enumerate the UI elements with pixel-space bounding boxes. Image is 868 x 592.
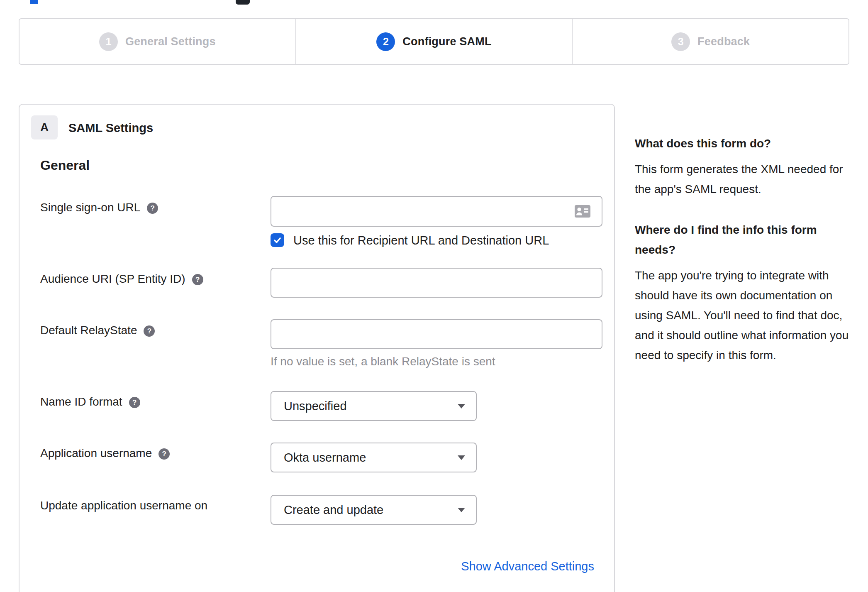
help-icon[interactable]: ? xyxy=(192,274,203,285)
wizard-stepper: 1 General Settings 2 Configure SAML 3 Fe… xyxy=(19,18,849,65)
step-general-settings[interactable]: 1 General Settings xyxy=(20,19,295,64)
help-icon[interactable]: ? xyxy=(147,203,158,214)
relay-state-hint: If no value is set, a blank RelayState i… xyxy=(271,355,495,368)
application-username-select[interactable]: Okta username xyxy=(271,443,477,472)
recipient-url-checkbox[interactable] xyxy=(271,233,284,247)
show-advanced-settings-link[interactable]: Show Advanced Settings xyxy=(461,560,594,573)
help-icon[interactable]: ? xyxy=(158,448,170,460)
step-2-number-badge: 2 xyxy=(376,32,395,51)
section-title: SAML Settings xyxy=(68,121,153,135)
sso-url-label: Single sign-on URL? xyxy=(40,201,158,214)
chevron-down-icon xyxy=(458,404,465,409)
step-feedback[interactable]: 3 Feedback xyxy=(572,19,848,64)
step-2-label: Configure SAML xyxy=(402,35,491,48)
step-1-label: General Settings xyxy=(125,35,216,48)
relay-state-label: Default RelayState? xyxy=(40,324,155,337)
relay-state-input[interactable] xyxy=(271,319,602,349)
name-id-format-select[interactable]: Unspecified xyxy=(271,391,477,421)
sso-url-input[interactable] xyxy=(271,196,602,227)
chevron-down-icon xyxy=(458,455,465,460)
help-icon[interactable]: ? xyxy=(144,325,155,337)
cutoff-blue-fragment xyxy=(30,0,38,4)
chevron-down-icon xyxy=(458,508,465,512)
recipient-url-checkbox-label: Use this for Recipient URL and Destinati… xyxy=(293,234,549,247)
audience-uri-input[interactable] xyxy=(271,268,602,298)
help-icon[interactable]: ? xyxy=(129,397,140,408)
help-sidebar: What does this form do? This form genera… xyxy=(635,134,851,386)
general-heading: General xyxy=(40,158,90,173)
name-id-format-label: Name ID format? xyxy=(40,395,140,409)
saml-settings-panel: A SAML Settings General Single sign-on U… xyxy=(19,104,615,592)
update-username-value: Create and update xyxy=(284,503,383,516)
step-3-number-badge: 3 xyxy=(671,32,690,51)
application-username-value: Okta username xyxy=(284,451,366,464)
application-username-label: Application username? xyxy=(40,447,170,460)
sidebar-heading-where: Where do I find the info this form needs… xyxy=(635,220,851,260)
section-badge: A xyxy=(31,115,58,139)
name-id-format-value: Unspecified xyxy=(284,399,347,413)
audience-uri-label: Audience URI (SP Entity ID)? xyxy=(40,272,203,286)
step-configure-saml[interactable]: 2 Configure SAML xyxy=(295,19,572,64)
step-3-label: Feedback xyxy=(697,35,750,48)
step-1-number-badge: 1 xyxy=(99,32,118,51)
contact-card-icon xyxy=(575,205,590,218)
update-username-label: Update application username on xyxy=(40,499,207,512)
sidebar-paragraph-where: The app you're trying to integrate with … xyxy=(635,266,851,365)
checkmark-icon xyxy=(273,235,282,245)
update-username-select[interactable]: Create and update xyxy=(271,495,477,525)
sidebar-heading-what: What does this form do? xyxy=(635,134,851,154)
cutoff-dark-fragment xyxy=(236,0,250,5)
sidebar-paragraph-what: This form generates the XML needed for t… xyxy=(635,159,851,199)
